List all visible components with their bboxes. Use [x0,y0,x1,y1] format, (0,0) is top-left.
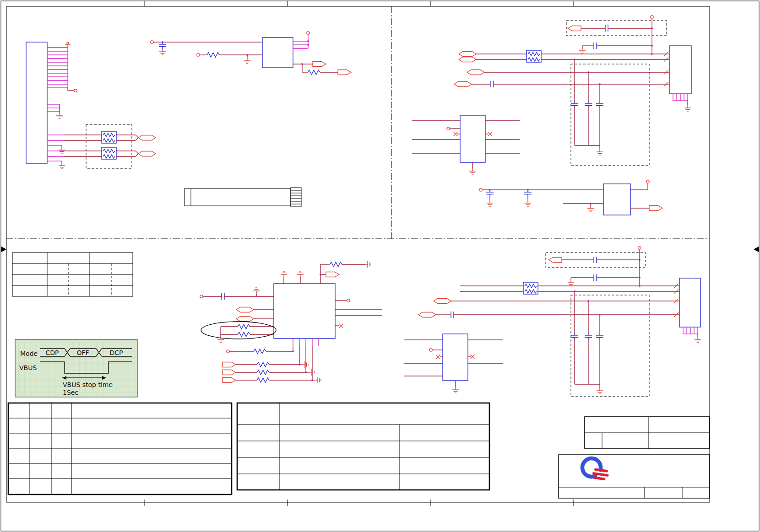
capacitor [451,312,454,318]
common-mode-choke [523,282,538,294]
receptacle-pin-ticks [664,52,668,86]
timing-diagram: Mode CDP OFF DCP VBUS VBUS stop time 1Se… [15,339,137,397]
usb-receptacle-a [669,46,691,94]
charger-ic-circuit [200,261,382,383]
main-connector-circuit [26,42,156,169]
stop-time-value: 1Sec [63,389,78,396]
junction-dot [651,53,653,55]
ground-symbol [56,113,63,118]
capacitor [491,81,494,87]
strap-row-3 [223,369,315,376]
ground-symbol [159,49,166,55]
connector-pins [47,48,68,88]
choke-output-wires [116,135,138,156]
load-switch-ic [603,184,630,215]
capacitor [594,257,597,263]
port-circle [197,54,200,56]
zone-arrow-left [1,247,6,252]
schematic-canvas: Mode CDP OFF DCP VBUS VBUS stop time 1Se… [0,0,760,532]
mode-bus-waveform: CDP OFF DCP [40,349,132,356]
offpage-connector [454,82,472,87]
title-block [559,455,710,498]
offpage-arrow [568,26,581,31]
strap-row-2 [223,361,308,368]
ground-symbol [59,147,65,153]
usb-port-b-circuit [404,247,701,397]
port-circle [429,349,432,351]
resistor [330,262,342,267]
zone-arrow-right [754,247,759,252]
power-rail-symbol [281,271,287,277]
ground-symbol [469,168,476,174]
shunt-capacitor-bank [571,290,603,388]
offpage-arrow [326,272,339,277]
receptacle-pin-ticks [674,284,679,317]
ground-symbol [452,387,459,393]
offpage-connector [459,57,476,62]
esd-cap-boundary [571,64,649,166]
notes-table [12,253,133,296]
usb-switch-wires-a [412,120,520,168]
no-connect-mark [471,355,475,359]
no-connect-mark [339,324,343,328]
no-connect-mark [454,132,458,136]
junction-dot [307,40,309,42]
offpage-arrow [338,70,351,75]
charger-bottom-pins [293,339,319,380]
charger-ic-body [274,284,335,339]
port-circle [74,89,77,92]
strap-row-4 [223,377,321,383]
label-strip [185,188,301,207]
qualcomm-logo [582,458,609,481]
connector-body [26,42,47,163]
no-connect-mark [436,355,440,359]
mode-state-cdp: CDP [46,349,59,356]
ground-symbol [59,163,65,169]
offpage-connector [236,307,254,312]
usb-receptacle-b [679,278,700,327]
usb-pair-wires [47,135,102,163]
revision-table [8,403,232,494]
power-rail-symbol [297,271,304,277]
port-circle [638,247,641,249]
ground-symbol [568,280,574,286]
port-circle [307,32,309,34]
ground-symbol [244,58,250,64]
connector-lower-pins [47,104,60,113]
power-rail-symbol [253,288,260,294]
offpage-connector [434,299,451,304]
power-flag-symbol [65,43,71,48]
ground-symbol [365,261,371,268]
offpage-connector [236,317,254,322]
offpage-arrow [313,62,326,67]
highlight-ellipse [201,322,276,339]
usb-switch-ic-b [443,334,468,381]
offpage-connector [459,52,476,57]
mode-state-dcp: DCP [110,349,123,356]
ground-symbol [597,388,603,394]
common-mode-choke [527,50,541,62]
junction-dot [639,285,641,287]
port-circle [447,127,450,130]
usb-port-a-circuit [412,16,691,215]
power-filter-row-a [479,180,662,215]
timing-vbus-label: VBUS [19,364,37,371]
port-circle [200,295,203,298]
capacitor [159,42,166,49]
receptacle-ground-pins [683,327,698,337]
timing-mode-label: Mode [20,350,38,357]
mode-state-off: OFF [76,349,89,356]
resistor [207,53,219,57]
junction-dot [651,45,653,47]
capacitor [222,293,224,300]
schematic-sheet: Mode CDP OFF DCP VBUS VBUS stop time 1Se… [0,0,760,532]
capacitor [594,43,597,49]
regulator-ic-body [262,38,293,68]
common-mode-choke [102,131,116,143]
stop-time-note: VBUS stop time [63,381,113,388]
highlighted-resistor-pair [201,322,276,343]
esd-cap-boundary [571,295,649,397]
ground-symbol [597,149,603,155]
offpage-connector [138,151,156,156]
ground-symbol [695,337,701,343]
